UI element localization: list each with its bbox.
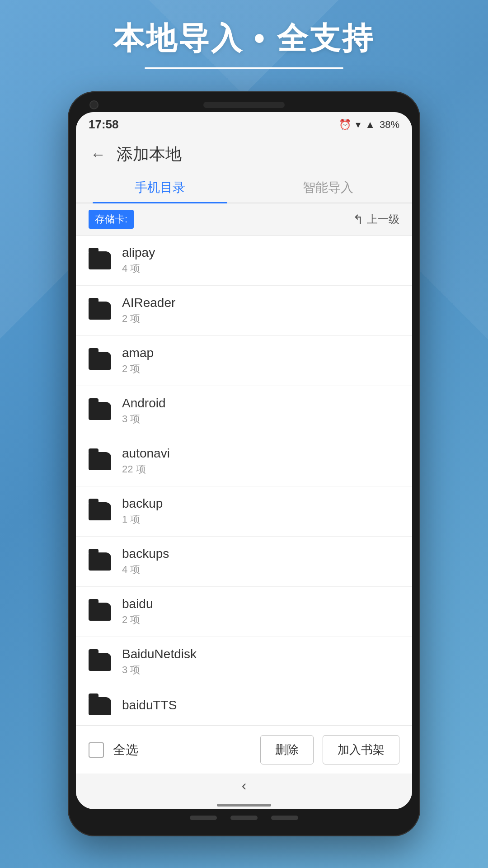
phone-camera <box>89 100 99 109</box>
file-info: baiduTTS <box>122 698 177 714</box>
file-info: Android 3 项 <box>122 396 166 426</box>
tabs-container: 手机目录 智能导入 <box>76 171 412 203</box>
list-item[interactable]: backups 4 项 <box>76 537 412 587</box>
back-button[interactable]: ← <box>89 144 108 165</box>
top-banner: 本地导入 • 全支持 <box>0 0 488 82</box>
folder-icon <box>89 251 111 269</box>
delete-button[interactable]: 删除 <box>260 735 314 764</box>
status-bar: 17:58 ⏰ ▾ ▲ 38% <box>76 112 412 135</box>
phone-top-bar <box>76 100 412 109</box>
folder-icon <box>89 552 111 571</box>
home-bar <box>217 804 271 807</box>
list-item[interactable]: backup 1 项 <box>76 486 412 537</box>
phone-bottom-btn <box>190 816 217 820</box>
phone-bottom-btn <box>230 816 258 820</box>
file-info: alipay 4 项 <box>122 245 155 275</box>
storage-badge: 存储卡: <box>89 210 134 229</box>
nav-bar: ‹ <box>76 774 412 798</box>
status-time: 17:58 <box>89 118 119 132</box>
folder-icon <box>89 302 111 320</box>
phone-screen: 17:58 ⏰ ▾ ▲ 38% ← 添加本地 手机目录 智能导入 存储卡: <box>76 112 412 809</box>
phone-bottom-btn <box>271 816 298 820</box>
list-item[interactable]: AIReader 2 项 <box>76 286 412 336</box>
list-item[interactable]: alipay 4 项 <box>76 236 412 286</box>
list-item[interactable]: BaiduNetdisk 3 项 <box>76 637 412 687</box>
file-info: backup 1 项 <box>122 496 163 526</box>
header-title: 添加本地 <box>117 143 182 165</box>
path-bar: 存储卡: ↰ 上一级 <box>76 203 412 236</box>
select-all-label: 全选 <box>113 741 251 759</box>
up-level-label: 上一级 <box>367 212 399 226</box>
list-item[interactable]: autonavi 22 项 <box>76 436 412 486</box>
phone-bottom-bar <box>76 809 412 823</box>
list-item[interactable]: baidu 2 项 <box>76 587 412 637</box>
select-all-checkbox[interactable] <box>89 742 104 758</box>
folder-icon <box>89 697 111 715</box>
wifi-icon: ▾ <box>356 119 361 131</box>
bottom-action-bar: 全选 删除 加入书架 <box>76 726 412 774</box>
signal-icon: ▲ <box>365 119 375 131</box>
file-info: amap 2 项 <box>122 346 154 376</box>
list-item[interactable]: baiduTTS <box>76 687 412 726</box>
folder-icon <box>89 402 111 420</box>
title-divider <box>145 67 343 69</box>
folder-icon <box>89 352 111 370</box>
up-level-icon: ↰ <box>353 212 363 227</box>
status-icons: ⏰ ▾ ▲ 38% <box>339 119 399 131</box>
alarm-icon: ⏰ <box>339 119 351 131</box>
folder-icon <box>89 452 111 470</box>
folder-icon <box>89 653 111 671</box>
up-level-button[interactable]: ↰ 上一级 <box>353 212 399 227</box>
app-header: ← 添加本地 <box>76 135 412 171</box>
page-title: 本地导入 • 全支持 <box>113 18 375 59</box>
list-item[interactable]: Android 3 项 <box>76 386 412 436</box>
file-info: backups 4 项 <box>122 547 169 576</box>
nav-back-button[interactable]: ‹ <box>242 777 247 794</box>
list-item[interactable]: amap 2 项 <box>76 336 412 386</box>
battery-icon: 38% <box>380 119 399 131</box>
file-list: alipay 4 项 AIReader 2 项 amap 2 项 <box>76 236 412 726</box>
folder-icon <box>89 502 111 520</box>
tab-smart-import[interactable]: 智能导入 <box>244 171 412 203</box>
folder-icon <box>89 603 111 621</box>
file-info: baidu 2 项 <box>122 597 153 627</box>
add-to-shelf-button[interactable]: 加入书架 <box>323 735 399 764</box>
phone-speaker <box>203 102 285 108</box>
file-info: AIReader 2 项 <box>122 296 175 326</box>
file-info: autonavi 22 项 <box>122 446 170 476</box>
phone-frame: 17:58 ⏰ ▾ ▲ 38% ← 添加本地 手机目录 智能导入 存储卡: <box>68 91 420 836</box>
home-indicator <box>76 798 412 809</box>
tab-phone-directory[interactable]: 手机目录 <box>76 171 244 203</box>
file-info: BaiduNetdisk 3 项 <box>122 647 197 677</box>
